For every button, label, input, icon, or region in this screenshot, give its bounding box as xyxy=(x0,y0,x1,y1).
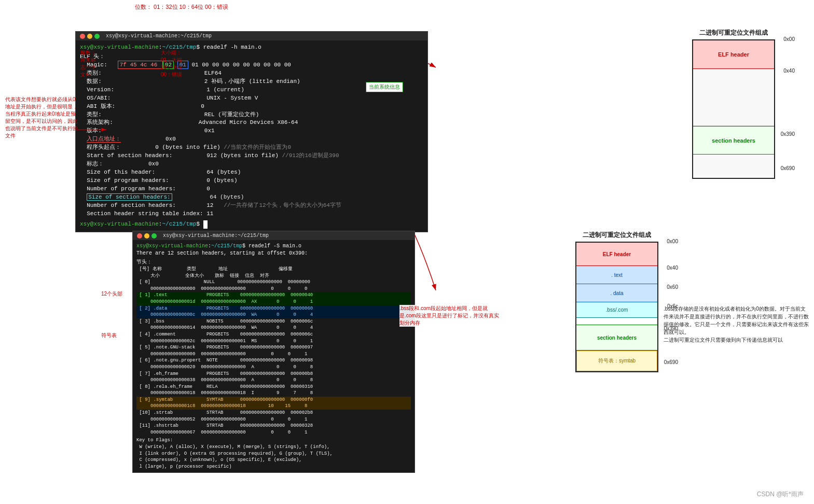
section-1: [ 1] .text PROGBITS 0000000000000000 000… xyxy=(136,292,411,299)
entry-line: 入口点地址： 0x0 xyxy=(80,135,423,144)
section-0b: 0000000000000000 0000000000000000 0 0 0 xyxy=(136,286,411,292)
terminal-body: xsy@xsy-virtual-machine:~/c215/tmp$ read… xyxy=(76,40,427,232)
section-3b: 0000000000000014 0000000000000000 WA 0 0… xyxy=(136,325,411,331)
ehsize-line: Size of this header: 64 (bytes) xyxy=(80,169,423,177)
shstrndx-line: Section header string table index: 11 xyxy=(80,210,423,218)
section-4: [ 4] .comment PROGBITS 0000000000000000 … xyxy=(136,331,411,338)
section-9b: 00000000000001c8 0000000000000018 10 15 … xyxy=(136,403,411,410)
terminal-readelf-s: xsy@xsy-virtual-machine:~/c215/tmp xsy@x… xyxy=(132,231,415,473)
diagram1-title: 二进制可重定位文件组成 xyxy=(687,29,780,37)
section-3: [ 3] .bss NOBITS 0000000000000000 000000… xyxy=(136,318,411,325)
machine-line: 系统架构: Advanced Micro Devices X86-64 xyxy=(80,119,423,127)
diagram2-title: 二进制可重定位文件组成 xyxy=(570,231,664,240)
type-line: 类型: REL (可重定位文件) xyxy=(80,111,423,119)
t2-col-header1: [号] 名称 类型 地址 偏移量 xyxy=(136,266,411,273)
shnum-line: Number of section headers: 12 //一共存储了12个… xyxy=(80,202,423,210)
class-line: 类别: ELF64 xyxy=(80,69,423,78)
osabi-line: OS/ABI: UNIX - System V xyxy=(80,94,423,103)
phentsize-line: Size of program headers: 0 (bytes) xyxy=(80,177,423,185)
bss-desc-annotation: .bss段存储的是没有初始化或者初始化为0的数据。对于当前文件来说并不是直接进行… xyxy=(664,305,809,344)
section-9: [ 9] .symtab SYMTAB 0000000000000000 000… xyxy=(136,397,411,403)
diagram2-elfheader: ELF header xyxy=(576,243,657,266)
flags-line: 标志： 0x0 xyxy=(80,160,423,169)
section-6: [ 6] .note.gnu.propert NOTE 000000000000… xyxy=(136,357,411,364)
diagram2-text: . text xyxy=(576,266,657,284)
entry-annotation: 代表该文件想要执行就必须从0地址是开始执行，但是很明显，当程序真正执行起来0地址… xyxy=(5,96,78,139)
prompt-end: xsy@xsy-virtual-machine:~/c215/tmp$ xyxy=(80,220,423,229)
phoff-line: 程序头起点： 0 (bytes into file) //当前文件的开始位置为0 xyxy=(80,144,423,152)
phnum-line: Number of program headers: 0 xyxy=(80,185,423,193)
diagram1-space2 xyxy=(693,155,774,178)
section-2b: 000000000000000c 0000000000000000 WA 0 0… xyxy=(136,312,411,318)
section-6b: 0000000000000020 0000000000000000 A 0 0 … xyxy=(136,364,411,371)
shoff-line: Start of section headers: 912 (bytes int… xyxy=(80,152,423,160)
diagram2-container: 二进制可重定位文件组成 0x00 ELF header 0x40 . text … xyxy=(570,231,664,372)
magic-line: Magic: 7f 45 4c 46 02 01 01 00 00 00 00 … xyxy=(80,61,423,69)
diagram1-space1 xyxy=(693,69,774,126)
diagram2-sectionheaders: section headers xyxy=(576,325,657,351)
terminal2-body: xsy@xsy-virtual-machine:~/c215/tmp$ read… xyxy=(133,240,415,472)
t2-col-header2: 大小 全体大小 旗标 链接 信息 对齐 xyxy=(136,273,411,279)
section-11b: 0000000000000067 0000000000000000 0 0 1 xyxy=(136,429,411,436)
shentsize-line: Size of section headers: 64 (bytes) xyxy=(80,193,423,202)
magic-annotation: 魔数：用来标志一个文件 xyxy=(80,49,96,78)
diagram2-symtab: 符号表：symtab xyxy=(576,351,657,371)
section-8b: 0000000000000018 0000000000000018 I 9 7 … xyxy=(136,390,411,397)
t2-sections-title: 节头： xyxy=(136,259,411,266)
abiversion-line: ABI 版本: 0 xyxy=(80,103,423,111)
section-7b: 0000000000000038 0000000000000000 A 0 0 … xyxy=(136,377,411,384)
watermark: CSDN @听*雨声 xyxy=(757,490,804,499)
elfversion-line: 版本: 0x1 xyxy=(80,127,423,135)
section-0: [ 0] NULL 0000000000000000 00000000 xyxy=(136,279,411,286)
section-10: [10] .strtab STRTAB 0000000000000000 000… xyxy=(136,410,411,416)
section-7: [ 7] .eh_frame PROGBITS 0000000000000000… xyxy=(136,371,411,377)
t2-cmd: xsy@xsy-virtual-machine:~/c215/tmp$ read… xyxy=(136,243,411,250)
terminal-header: xsy@xsy-virtual-machine:~/c215/tmp xyxy=(76,32,427,40)
section-10b: 0000000000000052 0000000000000000 0 0 1 xyxy=(136,416,411,423)
t2-intro: There are 12 section headers, starting a… xyxy=(136,250,411,257)
diagram1-container: 二进制可重定位文件组成 0x00 ELF header 0x40 0x390 s… xyxy=(687,29,780,179)
12headers-annotation: 12个头部 xyxy=(101,290,122,298)
terminal-readelf-h: xsy@xsy-virtual-machine:~/c215/tmp xsy@x… xyxy=(75,31,428,232)
endian-annotation: 大小端：01：大端10：小端00：错误 xyxy=(161,49,182,78)
section-2: [ 2] .data PROGBITS 0000000000000000 000… xyxy=(136,305,411,312)
diagram1-elfheader: ELF header xyxy=(693,40,774,69)
sysinfo-annotation: 当前系统信息 xyxy=(366,82,403,92)
elf-header-label: ELF 头： xyxy=(80,53,423,61)
section-5: [ 5] .note.GNU-stack PROGBITS 0000000000… xyxy=(136,344,411,351)
symtab-annotation: 符号表 xyxy=(101,332,117,339)
diagram1-sectionheaders: section headers xyxy=(693,126,774,155)
section-1b: 000000000000001d 0000000000000000 AX 0 0… xyxy=(136,299,411,305)
diagram2-data: . data xyxy=(576,284,657,302)
bits-annotation: 位数： 01：32位 10：64位 00：错误 xyxy=(135,3,228,11)
cmd-prompt: xsy@xsy-virtual-machine:~/c215/tmp$ read… xyxy=(80,44,423,52)
section-8: [ 8] .rela.eh_frame RELA 000000000000000… xyxy=(136,384,411,390)
section-4b: 000000000000002c 0000000000000001 MS 0 0… xyxy=(136,338,411,345)
key-to-flags: Key to Flags: W (write), A (alloc), X (e… xyxy=(136,437,411,470)
bss-annotation: .bss段和.com段起始地址相同，但是就是.com段这里只是进行了标记，并没有… xyxy=(399,305,503,327)
section-11: [11] .shstrtab STRTAB 0000000000000000 0… xyxy=(136,423,411,429)
terminal2-header: xsy@xsy-virtual-machine:~/c215/tmp xyxy=(133,231,415,240)
diagram2-bss: .bss/.com xyxy=(576,302,657,318)
section-5b: 0000000000000000 0000000000000000 0 0 1 xyxy=(136,351,411,358)
